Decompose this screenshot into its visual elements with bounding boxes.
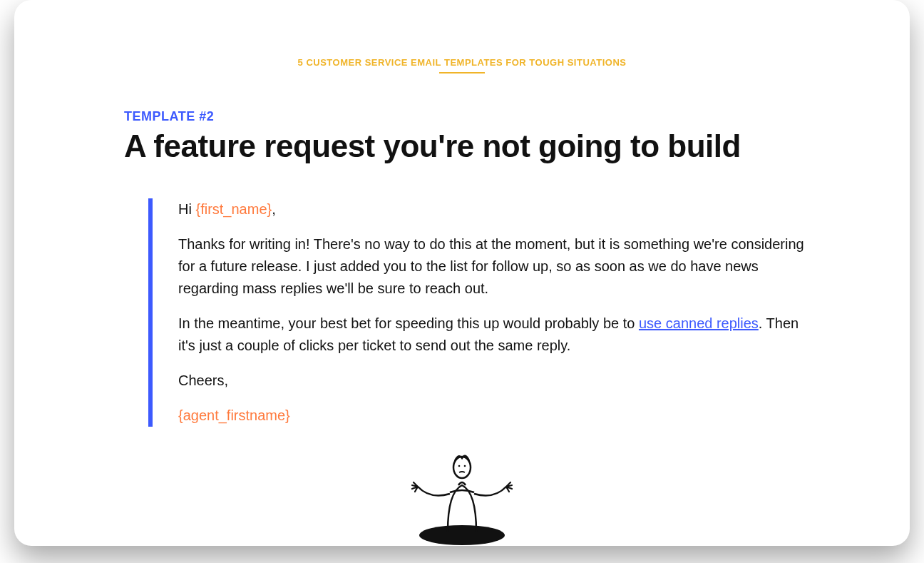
header-underline [439, 72, 485, 73]
canned-replies-link[interactable]: use canned replies [639, 315, 759, 331]
first-name-placeholder: {first_name} [195, 201, 272, 217]
template-title: A feature request you're not going to bu… [124, 128, 860, 164]
para2-prefix: In the meantime, your best bet for speed… [178, 315, 639, 331]
greeting-line: Hi {first_name}, [178, 198, 817, 220]
shrug-person-illustration [391, 442, 533, 549]
greeting-suffix: , [272, 201, 276, 217]
svg-point-2 [458, 465, 461, 467]
svg-point-0 [419, 525, 505, 545]
greeting-prefix: Hi [178, 201, 195, 217]
document-header: 5 CUSTOMER SERVICE EMAIL TEMPLATES FOR T… [64, 57, 860, 68]
document-card: 5 CUSTOMER SERVICE EMAIL TEMPLATES FOR T… [14, 0, 910, 546]
email-body-block: Hi {first_name}, Thanks for writing in! … [148, 198, 817, 427]
signoff-line: Cheers, [178, 370, 817, 392]
svg-point-3 [464, 465, 466, 467]
template-number: TEMPLATE #2 [124, 109, 860, 124]
body-paragraph-2: In the meantime, your best bet for speed… [178, 313, 817, 357]
agent-name-placeholder: {agent_firstname} [178, 405, 817, 427]
body-paragraph-1: Thanks for writing in! There's no way to… [178, 233, 817, 300]
